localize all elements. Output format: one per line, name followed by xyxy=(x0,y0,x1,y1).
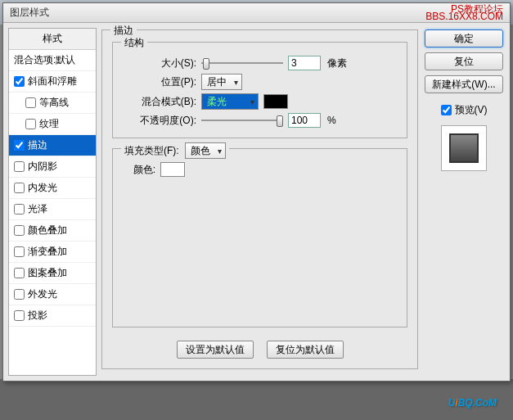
size-row: 大小(S): 像素 xyxy=(123,56,397,70)
position-label: 位置(P): xyxy=(123,75,196,89)
style-check-satin[interactable] xyxy=(14,204,25,215)
size-unit: 像素 xyxy=(327,56,347,70)
style-check-pattern-overlay[interactable] xyxy=(14,268,25,278)
style-item-pattern-overlay[interactable]: 图案叠加 xyxy=(9,263,96,284)
style-item-outer-glow[interactable]: 外发光 xyxy=(9,284,96,305)
style-check-texture[interactable] xyxy=(25,119,36,129)
cancel-button[interactable]: 复位 xyxy=(425,52,503,70)
color-row: 颜色: xyxy=(123,162,397,177)
opacity-label: 不透明度(O): xyxy=(123,114,196,128)
style-check-inner-shadow[interactable] xyxy=(14,161,25,172)
opacity-row: 不透明度(O): % xyxy=(123,113,397,128)
style-item-contour[interactable]: 等高线 xyxy=(9,93,96,114)
style-check-inner-glow[interactable] xyxy=(14,183,25,193)
color-label: 颜色: xyxy=(123,163,155,177)
style-check-drop-shadow[interactable] xyxy=(14,310,25,321)
blend-color-swatch[interactable] xyxy=(263,94,288,109)
style-check-color-overlay[interactable] xyxy=(14,225,25,236)
style-check-stroke[interactable] xyxy=(14,140,25,151)
settings-panel: 描边 结构 大小(S): 像素 位置(P): 居中 xyxy=(101,28,418,376)
style-item-inner-shadow[interactable]: 内阴影 xyxy=(9,156,96,178)
style-item-inner-glow[interactable]: 内发光 xyxy=(9,178,96,199)
position-select[interactable]: 居中 xyxy=(201,74,242,90)
preview-box xyxy=(441,125,487,171)
preview-swatch xyxy=(449,133,479,163)
style-check-outer-glow[interactable] xyxy=(14,289,25,300)
style-check-contour[interactable] xyxy=(25,97,36,108)
set-default-button[interactable]: 设置为默认值 xyxy=(177,341,254,359)
blend-label: 混合模式(B): xyxy=(123,95,196,109)
size-slider[interactable] xyxy=(201,56,283,70)
style-item-color-overlay[interactable]: 颜色叠加 xyxy=(9,220,96,242)
style-check-bevel[interactable] xyxy=(14,76,25,87)
titlebar: 图层样式 PS教程论坛BBS.16XX8.COM xyxy=(3,3,510,23)
styles-list: 样式 混合选项:默认 斜面和浮雕 等高线 纹理 描边 内阴影 xyxy=(8,28,97,376)
style-item-texture[interactable]: 纹理 xyxy=(9,114,96,135)
style-item-drop-shadow[interactable]: 投影 xyxy=(9,305,96,327)
fill-group: 填充类型(F): 颜色 颜色: xyxy=(112,148,407,327)
filltype-select[interactable]: 颜色 xyxy=(185,142,226,159)
size-input[interactable] xyxy=(288,56,321,70)
opacity-input[interactable] xyxy=(288,113,321,128)
layer-style-dialog: 图层样式 PS教程论坛BBS.16XX8.COM 样式 混合选项:默认 斜面和浮… xyxy=(2,2,511,382)
preview-checkbox-row[interactable]: 预览(V) xyxy=(441,103,488,117)
styles-header[interactable]: 样式 xyxy=(9,29,96,50)
preview-checkbox[interactable] xyxy=(441,105,452,115)
style-item-bevel[interactable]: 斜面和浮雕 xyxy=(9,71,96,93)
dialog-title: 图层样式 xyxy=(10,6,49,20)
style-item-gradient-overlay[interactable]: 渐变叠加 xyxy=(9,242,96,263)
blend-mode-select[interactable]: 柔光 xyxy=(201,93,259,110)
new-style-button[interactable]: 新建样式(W)... xyxy=(425,75,503,93)
stroke-group: 描边 结构 大小(S): 像素 位置(P): 居中 xyxy=(101,29,418,369)
style-item-satin[interactable]: 光泽 xyxy=(9,199,96,220)
titlebar-credit: PS教程论坛BBS.16XX8.COM xyxy=(425,6,503,20)
position-row: 位置(P): 居中 xyxy=(123,74,397,90)
watermark: UiBQ.CoM xyxy=(448,386,497,412)
opacity-unit: % xyxy=(327,115,336,126)
style-item-stroke[interactable]: 描边 xyxy=(9,135,96,156)
structure-group: 结构 大小(S): 像素 位置(P): 居中 xyxy=(112,42,407,138)
default-buttons: 设置为默认值 复位为默认值 xyxy=(112,341,407,359)
action-panel: 确定 复位 新建样式(W)... 预览(V) xyxy=(423,28,505,376)
opacity-slider[interactable] xyxy=(201,114,283,127)
filltype-legend: 填充类型(F): 颜色 xyxy=(121,142,229,159)
blend-row: 混合模式(B): 柔光 xyxy=(123,93,397,110)
reset-default-button[interactable]: 复位为默认值 xyxy=(267,341,344,359)
ok-button[interactable]: 确定 xyxy=(425,29,503,47)
style-check-gradient-overlay[interactable] xyxy=(14,246,25,257)
stroke-color-swatch[interactable] xyxy=(160,162,185,177)
size-label: 大小(S): xyxy=(123,56,196,70)
structure-legend: 结构 xyxy=(121,36,147,50)
blend-options-item[interactable]: 混合选项:默认 xyxy=(9,50,96,71)
